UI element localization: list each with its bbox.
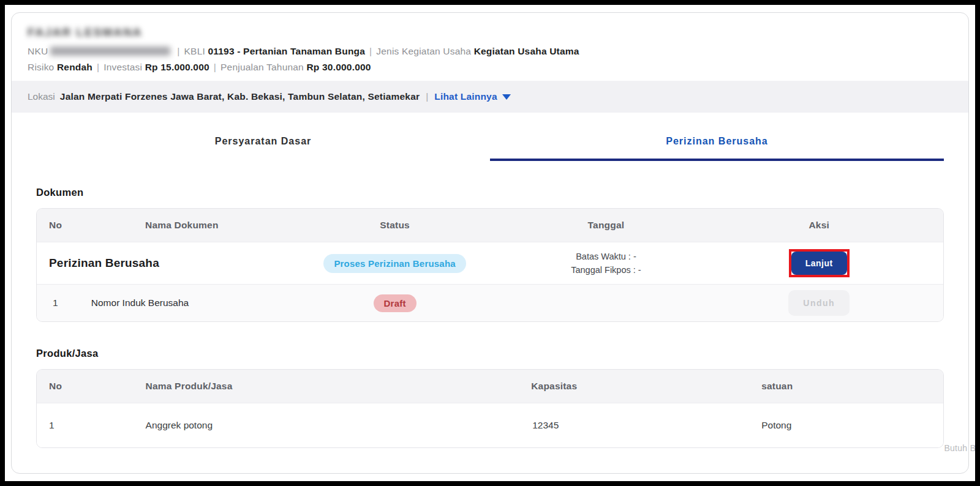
business-meta-line-2: Risiko Rendah|Investasi Rp 15.000.000|Pe… [28,62,952,73]
lihat-lainnya-link[interactable]: Lihat Lainnya [434,91,511,102]
row-no: 1 [37,420,146,431]
kbli-value: 01193 - Pertanian Tanaman Bunga [208,46,365,56]
kbli-label: KBLI [184,46,205,56]
table-row-produk: 1 Anggrek potong 12345 Potong [37,403,943,447]
separator: | [97,62,99,72]
business-activity-card: FAJAR LESMANA NKU|KBLI 01193 - Pertanian… [11,12,969,474]
separator: | [369,46,372,56]
investasi-label: Investasi [104,62,142,72]
risiko-label: Risiko [28,62,54,72]
business-header: FAJAR LESMANA NKU|KBLI 01193 - Pertanian… [12,13,968,81]
aksi-cell: Lanjut [695,249,943,277]
nku-value-redacted [50,47,170,56]
batas-waktu-text: Batas Waktu : - [517,250,695,263]
produk-kapasitas: 12345 [526,420,707,431]
main-content: Persyaratan Dasar Perizinan Berusaha Dok… [12,113,968,448]
col-header-tanggal: Tanggal [517,220,695,231]
status-badge: Proses Perizinan Berusaha [323,254,466,273]
separator: | [214,62,216,72]
produk-satuan: Potong [707,420,943,431]
col-header-nama-produk: Nama Produk/Jasa [146,381,527,392]
risiko-value: Rendah [57,62,92,72]
chevron-down-icon [502,94,511,100]
lihat-lainnya-label: Lihat Lainnya [434,91,497,102]
produk-table: No Nama Produk/Jasa Kapasitas satuan 1 A… [36,369,944,448]
col-header-aksi: Aksi [695,220,943,231]
location-bar: Lokasi Jalan Merpati Forzenes Jawa Barat… [12,81,968,113]
penjualan-label: Penjualan Tahunan [221,62,304,72]
tab-perizinan-berusaha[interactable]: Perizinan Berusaha [490,127,944,161]
business-owner-name: FAJAR LESMANA [28,26,143,39]
location-address: Jalan Merpati Forzenes Jawa Barat, Kab. … [60,91,420,102]
row-no: 1 [37,297,91,308]
col-header-satuan: satuan [707,381,943,392]
tanggal-fikpos-text: Tanggal Fikpos : - [517,263,695,277]
lanjut-highlight-box: Lanjut [789,249,850,277]
tab-bar: Persyaratan Dasar Perizinan Berusaha [36,127,944,161]
doc-group-name: Perizinan Berusaha [37,256,273,270]
jenis-kegiatan-label: Jenis Kegiatan Usaha [376,46,471,56]
penjualan-value: Rp 30.000.000 [306,62,371,72]
dokumen-section-title: Dokumen [36,187,944,198]
produk-table-header: No Nama Produk/Jasa Kapasitas satuan [37,370,943,403]
col-header-no: No [37,220,91,231]
separator: | [177,46,179,56]
location-label: Lokasi [28,91,55,102]
produk-name: Anggrek potong [146,420,527,431]
tanggal-cell: Batas Waktu : - Tanggal Fikpos : - [517,250,695,277]
tab-persyaratan-dasar[interactable]: Persyaratan Dasar [36,127,490,161]
browser-viewport: FAJAR LESMANA NKU|KBLI 01193 - Pertanian… [5,5,975,481]
separator: | [426,91,428,102]
investasi-value: Rp 15.000.000 [145,62,209,72]
unduh-button[interactable]: Unduh [788,290,850,316]
butuh-bantuan-button[interactable]: Butuh Bantuan? [944,443,975,453]
business-meta-line-1: NKU|KBLI 01193 - Pertanian Tanaman Bunga… [28,46,952,57]
jenis-kegiatan-value: Kegiatan Usaha Utama [474,46,579,56]
dokumen-table: No Nama Dokumen Status Tanggal Aksi Peri… [36,208,944,322]
col-header-nama-dokumen: Nama Dokumen [91,220,273,231]
doc-name: Nomor Induk Berusaha [91,297,273,308]
col-header-kapasitas: Kapasitas [526,381,707,392]
lanjut-button[interactable]: Lanjut [791,252,847,275]
nku-label: NKU [28,46,48,56]
status-badge: Draft [374,294,417,312]
table-row-nib: 1 Nomor Induk Berusaha Draft Unduh [37,284,943,321]
table-row-perizinan-berusaha: Perizinan Berusaha Proses Perizinan Beru… [37,242,943,284]
col-header-status: Status [273,220,518,231]
aksi-cell: Unduh [695,290,943,316]
produk-section-title: Produk/Jasa [36,348,944,359]
col-header-no: No [37,381,146,392]
dokumen-table-header: No Nama Dokumen Status Tanggal Aksi [37,209,943,242]
